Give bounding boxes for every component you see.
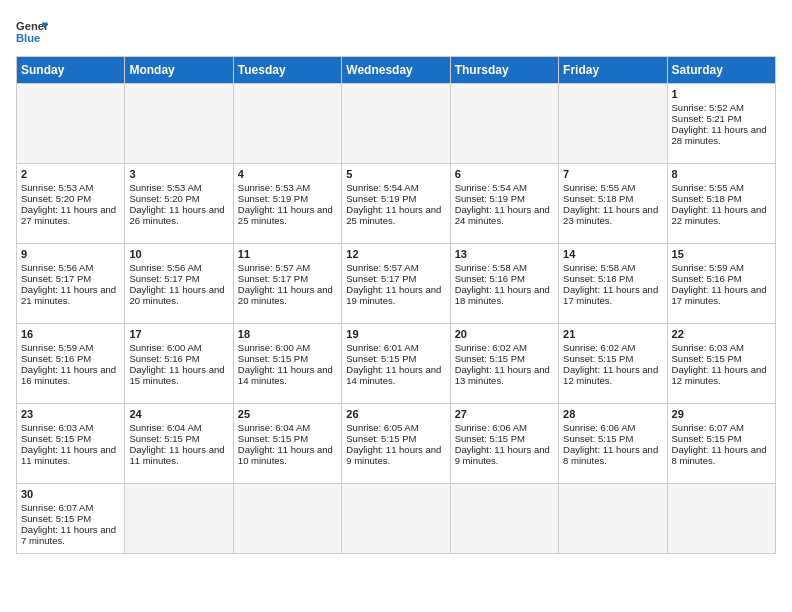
daylight-text: Daylight: 11 hours and 15 minutes. — [129, 364, 228, 386]
calendar-cell: 14Sunrise: 5:58 AMSunset: 5:16 PMDayligh… — [559, 244, 667, 324]
sunrise-text: Sunrise: 6:07 AM — [21, 502, 120, 513]
day-number: 17 — [129, 328, 228, 340]
calendar-cell: 26Sunrise: 6:05 AMSunset: 5:15 PMDayligh… — [342, 404, 450, 484]
calendar-cell: 8Sunrise: 5:55 AMSunset: 5:18 PMDaylight… — [667, 164, 775, 244]
day-number: 29 — [672, 408, 771, 420]
day-number: 7 — [563, 168, 662, 180]
day-number: 14 — [563, 248, 662, 260]
calendar-cell — [342, 84, 450, 164]
day-number: 23 — [21, 408, 120, 420]
day-header-wednesday: Wednesday — [342, 57, 450, 84]
daylight-text: Daylight: 11 hours and 25 minutes. — [346, 204, 445, 226]
daylight-text: Daylight: 11 hours and 9 minutes. — [346, 444, 445, 466]
sunset-text: Sunset: 5:15 PM — [238, 433, 337, 444]
sunrise-text: Sunrise: 5:54 AM — [346, 182, 445, 193]
day-header-thursday: Thursday — [450, 57, 558, 84]
sunrise-text: Sunrise: 5:55 AM — [672, 182, 771, 193]
sunset-text: Sunset: 5:18 PM — [563, 193, 662, 204]
calendar-cell: 1Sunrise: 5:52 AMSunset: 5:21 PMDaylight… — [667, 84, 775, 164]
day-header-saturday: Saturday — [667, 57, 775, 84]
sunset-text: Sunset: 5:16 PM — [21, 353, 120, 364]
calendar-cell: 11Sunrise: 5:57 AMSunset: 5:17 PMDayligh… — [233, 244, 341, 324]
calendar-cell: 28Sunrise: 6:06 AMSunset: 5:15 PMDayligh… — [559, 404, 667, 484]
daylight-text: Daylight: 11 hours and 20 minutes. — [129, 284, 228, 306]
sunset-text: Sunset: 5:15 PM — [563, 433, 662, 444]
daylight-text: Daylight: 11 hours and 13 minutes. — [455, 364, 554, 386]
daylight-text: Daylight: 11 hours and 16 minutes. — [21, 364, 120, 386]
sunset-text: Sunset: 5:19 PM — [238, 193, 337, 204]
day-number: 2 — [21, 168, 120, 180]
day-number: 30 — [21, 488, 120, 500]
day-number: 8 — [672, 168, 771, 180]
sunrise-text: Sunrise: 5:53 AM — [129, 182, 228, 193]
calendar-week-5: 23Sunrise: 6:03 AMSunset: 5:15 PMDayligh… — [17, 404, 776, 484]
sunrise-text: Sunrise: 5:55 AM — [563, 182, 662, 193]
daylight-text: Daylight: 11 hours and 8 minutes. — [672, 444, 771, 466]
calendar-body: 1Sunrise: 5:52 AMSunset: 5:21 PMDaylight… — [17, 84, 776, 554]
sunrise-text: Sunrise: 5:57 AM — [238, 262, 337, 273]
calendar-cell: 18Sunrise: 6:00 AMSunset: 5:15 PMDayligh… — [233, 324, 341, 404]
sunset-text: Sunset: 5:16 PM — [563, 273, 662, 284]
calendar-cell: 9Sunrise: 5:56 AMSunset: 5:17 PMDaylight… — [17, 244, 125, 324]
daylight-text: Daylight: 11 hours and 23 minutes. — [563, 204, 662, 226]
daylight-text: Daylight: 11 hours and 19 minutes. — [346, 284, 445, 306]
sunrise-text: Sunrise: 5:52 AM — [672, 102, 771, 113]
svg-text:General: General — [16, 20, 48, 32]
calendar-cell — [559, 484, 667, 554]
sunrise-text: Sunrise: 6:07 AM — [672, 422, 771, 433]
daylight-text: Daylight: 11 hours and 7 minutes. — [21, 524, 120, 546]
sunset-text: Sunset: 5:15 PM — [672, 433, 771, 444]
sunset-text: Sunset: 5:15 PM — [346, 433, 445, 444]
calendar-week-1: 1Sunrise: 5:52 AMSunset: 5:21 PMDaylight… — [17, 84, 776, 164]
calendar-cell: 17Sunrise: 6:00 AMSunset: 5:16 PMDayligh… — [125, 324, 233, 404]
daylight-text: Daylight: 11 hours and 18 minutes. — [455, 284, 554, 306]
daylight-text: Daylight: 11 hours and 28 minutes. — [672, 124, 771, 146]
day-number: 6 — [455, 168, 554, 180]
calendar-table: SundayMondayTuesdayWednesdayThursdayFrid… — [16, 56, 776, 554]
day-number: 18 — [238, 328, 337, 340]
sunrise-text: Sunrise: 5:59 AM — [672, 262, 771, 273]
day-number: 25 — [238, 408, 337, 420]
sunrise-text: Sunrise: 6:04 AM — [238, 422, 337, 433]
day-number: 22 — [672, 328, 771, 340]
sunrise-text: Sunrise: 6:04 AM — [129, 422, 228, 433]
day-number: 12 — [346, 248, 445, 260]
sunrise-text: Sunrise: 5:53 AM — [21, 182, 120, 193]
calendar-cell: 27Sunrise: 6:06 AMSunset: 5:15 PMDayligh… — [450, 404, 558, 484]
day-number: 9 — [21, 248, 120, 260]
calendar-cell — [17, 84, 125, 164]
sunset-text: Sunset: 5:17 PM — [129, 273, 228, 284]
page-header: General Blue — [16, 16, 776, 48]
sunrise-text: Sunrise: 6:00 AM — [238, 342, 337, 353]
sunrise-text: Sunrise: 5:59 AM — [21, 342, 120, 353]
day-number: 16 — [21, 328, 120, 340]
daylight-text: Daylight: 11 hours and 27 minutes. — [21, 204, 120, 226]
svg-text:Blue: Blue — [16, 32, 40, 44]
calendar-cell: 3Sunrise: 5:53 AMSunset: 5:20 PMDaylight… — [125, 164, 233, 244]
sunset-text: Sunset: 5:16 PM — [455, 273, 554, 284]
calendar-cell: 12Sunrise: 5:57 AMSunset: 5:17 PMDayligh… — [342, 244, 450, 324]
calendar-cell — [450, 84, 558, 164]
calendar-cell: 2Sunrise: 5:53 AMSunset: 5:20 PMDaylight… — [17, 164, 125, 244]
daylight-text: Daylight: 11 hours and 12 minutes. — [563, 364, 662, 386]
sunrise-text: Sunrise: 5:58 AM — [563, 262, 662, 273]
day-number: 21 — [563, 328, 662, 340]
daylight-text: Daylight: 11 hours and 9 minutes. — [455, 444, 554, 466]
day-number: 3 — [129, 168, 228, 180]
sunset-text: Sunset: 5:20 PM — [21, 193, 120, 204]
daylight-text: Daylight: 11 hours and 17 minutes. — [563, 284, 662, 306]
calendar-cell: 19Sunrise: 6:01 AMSunset: 5:15 PMDayligh… — [342, 324, 450, 404]
calendar-week-2: 2Sunrise: 5:53 AMSunset: 5:20 PMDaylight… — [17, 164, 776, 244]
day-number: 20 — [455, 328, 554, 340]
day-number: 19 — [346, 328, 445, 340]
sunrise-text: Sunrise: 5:54 AM — [455, 182, 554, 193]
day-number: 4 — [238, 168, 337, 180]
day-header-sunday: Sunday — [17, 57, 125, 84]
daylight-text: Daylight: 11 hours and 12 minutes. — [672, 364, 771, 386]
calendar-cell: 15Sunrise: 5:59 AMSunset: 5:16 PMDayligh… — [667, 244, 775, 324]
daylight-text: Daylight: 11 hours and 25 minutes. — [238, 204, 337, 226]
calendar-cell — [559, 84, 667, 164]
calendar-cell: 6Sunrise: 5:54 AMSunset: 5:19 PMDaylight… — [450, 164, 558, 244]
day-number: 24 — [129, 408, 228, 420]
day-number: 28 — [563, 408, 662, 420]
